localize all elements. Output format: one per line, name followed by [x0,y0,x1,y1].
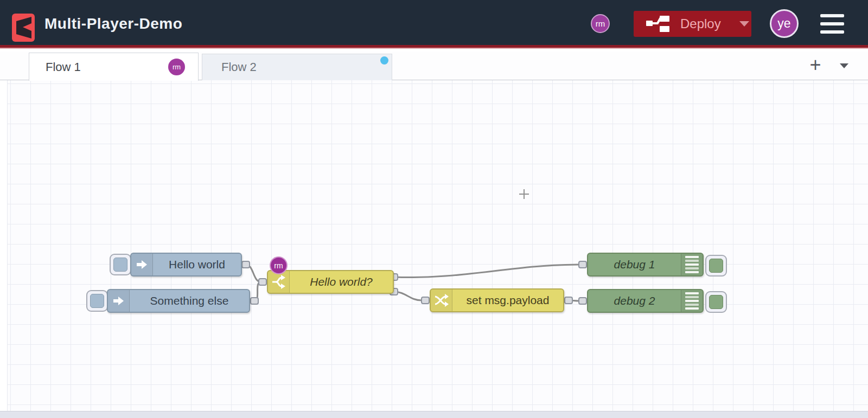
deploy-button-label: Deploy [680,16,721,31]
switch-fork-icon [268,271,290,293]
deploy-button[interactable]: Deploy [634,11,751,37]
debug-messages-icon [681,254,703,275]
node-label: set msg.payload [452,294,563,307]
collaborator-avatar[interactable]: rm [591,14,610,33]
wire-layer [0,80,868,418]
tab-flow-2[interactable]: Flow 2 [202,54,392,81]
node-inject-hello-world[interactable]: Hello world [130,253,242,276]
add-flow-button[interactable]: + [804,52,827,80]
flow-canvas[interactable]: Hello world Something else Hello world? … [0,80,868,418]
page-title: Multi-Player-Demo [44,0,182,48]
inject-arrow-icon [131,254,153,275]
change-shuffle-icon [431,290,452,311]
flow-editor-window: Multi-Player-Demo rm Deploy ye Flow 1 rm… [0,0,868,418]
node-switch-hello-world[interactable]: Hello world? [267,270,394,294]
debug-messages-icon [681,290,703,312]
tab-flow-1[interactable]: Flow 1 rm [29,53,199,81]
deploy-options-caret-icon[interactable] [739,21,749,27]
logo-glyph [12,14,35,42]
node-debug-1[interactable]: debug 1 [587,253,704,276]
node-label: debug 2 [588,294,681,307]
port-out-inject-something-else[interactable] [250,297,259,305]
port-in-debug-2[interactable] [578,297,587,305]
port-in-change[interactable] [421,297,430,304]
inject-trigger-button[interactable] [110,254,131,275]
inject-arrow-icon [108,290,130,312]
port-in-debug-1[interactable] [578,261,587,268]
modified-indicator-dot [380,56,388,65]
crosshair-cursor-icon [519,189,529,199]
debug-toggle-button[interactable] [705,255,727,276]
node-label: Something else [130,294,249,307]
wire[interactable] [394,265,579,278]
port-out-change[interactable] [564,297,573,304]
inject-trigger-button[interactable] [86,290,108,312]
user-avatar[interactable]: ye [770,9,799,38]
node-change-set-payload[interactable]: set msg.payload [430,288,564,312]
tab-label: Flow 1 [46,60,81,74]
tab-label: Flow 2 [221,60,257,74]
node-label: Hello world? [290,275,393,288]
node-label: Hello world [153,258,241,271]
deploy-nodes-icon [646,13,671,35]
flow-list-caret-icon[interactable] [840,63,848,68]
app-header: Multi-Player-Demo rm Deploy ye [0,0,868,48]
tab-collaborator-badge: rm [168,59,185,75]
port-out-inject-hello-world[interactable] [241,261,250,268]
flow-tab-bar: Flow 1 rm Flow 2 + [0,52,868,80]
node-inject-something-else[interactable]: Something else [107,289,250,313]
main-menu-icon[interactable] [820,14,844,34]
debug-toggle-button[interactable] [705,291,727,313]
node-collaborator-badge: rm [270,256,288,274]
node-label: debug 1 [588,258,681,271]
node-debug-2[interactable]: debug 2 [587,289,704,313]
flowfuse-logo-icon[interactable] [12,14,35,42]
port-in-switch[interactable] [258,278,267,286]
